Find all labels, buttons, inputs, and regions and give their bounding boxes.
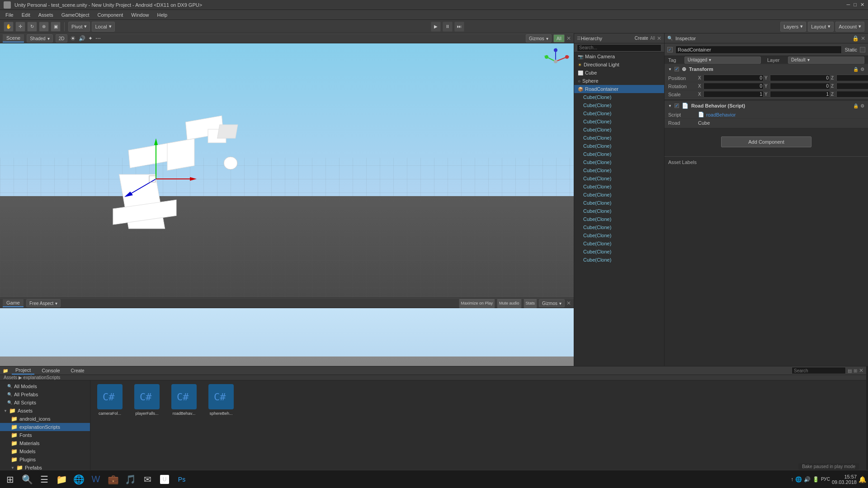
tree-explanation-scripts[interactable]: 📁 explanationScripts — [0, 423, 90, 431]
pos-y-input[interactable] — [770, 75, 830, 81]
tree-plugins[interactable]: 📁 Plugins — [0, 455, 90, 464]
maximize-btn[interactable]: □ — [854, 2, 857, 8]
hierarchy-item-clone-8[interactable]: Cube(Clone) — [574, 158, 664, 166]
lighting-toggle[interactable]: ☀ — [70, 35, 76, 42]
maximize-play-btn[interactable]: Maximize on Play — [459, 298, 495, 308]
effects-toggle[interactable]: ✦ — [88, 35, 93, 42]
play-button[interactable]: ▶ — [431, 22, 441, 32]
transform-enabled[interactable] — [675, 67, 679, 71]
scene-canvas[interactable]: X Y Z — [0, 43, 574, 298]
notification-btn[interactable]: 🔔 — [859, 476, 866, 483]
scene-options[interactable]: ⋯ — [95, 35, 101, 42]
hierarchy-item-clone-14[interactable]: Cube(Clone) — [574, 207, 664, 215]
tree-models[interactable]: 📁 Models — [0, 447, 90, 455]
tree-all-scripts[interactable]: 🔍 All Scripts — [0, 399, 90, 407]
rect-tool[interactable]: ▣ — [51, 22, 61, 32]
hierarchy-item-clone-11[interactable]: Cube(Clone) — [574, 183, 664, 191]
hierarchy-close[interactable]: ✕ — [657, 35, 661, 42]
hierarchy-item-clone-0[interactable]: Cube(Clone) — [574, 93, 664, 101]
scale-tool[interactable]: ⊕ — [39, 22, 49, 32]
layout-dropdown[interactable]: Layout ▾ — [808, 22, 834, 32]
project-small-icons[interactable]: ▤ — [848, 368, 852, 373]
pos-z-input[interactable] — [836, 75, 868, 81]
transform-section-header[interactable]: ▼ ⊕ Transform 🔒 ⚙ — [665, 64, 868, 74]
aspect-dropdown[interactable]: Free Aspect ▾ — [26, 299, 61, 307]
hierarchy-item-clone-13[interactable]: Cube(Clone) — [574, 199, 664, 207]
game-close[interactable]: ✕ — [566, 300, 571, 306]
hierarchy-item-sphere[interactable]: ○ Sphere — [574, 77, 664, 85]
tree-all-models[interactable]: 🔍 All Models — [0, 382, 90, 390]
hierarchy-search-input[interactable] — [577, 44, 661, 52]
task-view-button[interactable]: ☰ — [36, 471, 52, 488]
step-button[interactable]: ⏭ — [454, 22, 464, 32]
hierarchy-item-clone-10[interactable]: Cube(Clone) — [574, 174, 664, 183]
road-behavior-lock[interactable]: 🔒 — [853, 103, 859, 108]
tree-all-prefabs[interactable]: 🔍 All Prefabs — [0, 390, 90, 399]
hierarchy-item-clone-5[interactable]: Cube(Clone) — [574, 134, 664, 142]
hierarchy-item-clone-3[interactable]: Cube(Clone) — [574, 117, 664, 126]
menu-assets[interactable]: Assets — [35, 11, 57, 19]
hierarchy-create-btn[interactable]: Create — [635, 36, 648, 41]
project-search-input[interactable] — [792, 367, 846, 374]
app6-button[interactable]: 🎵 — [122, 471, 138, 488]
tree-materials[interactable]: 📁 Materials — [0, 439, 90, 447]
inspector-lock-icon[interactable]: 🔒 — [852, 35, 859, 42]
hierarchy-item-clone-20[interactable]: Cube(Clone) — [574, 256, 664, 264]
local-dropdown[interactable]: Local ▾ — [92, 22, 114, 32]
app5-button[interactable]: 💼 — [105, 471, 121, 488]
shading-dropdown[interactable]: Shaded ▾ — [27, 34, 52, 42]
panel-resize-handle[interactable] — [866, 366, 868, 470]
menu-edit[interactable]: Edit — [18, 11, 34, 19]
project-large-icons[interactable]: ⊞ — [854, 368, 857, 373]
menu-gameobject[interactable]: GameObject — [58, 11, 93, 19]
file-explorer-button[interactable]: 📁 — [53, 471, 70, 488]
hierarchy-item-clone-12[interactable]: Cube(Clone) — [574, 191, 664, 199]
hierarchy-item-clone-1[interactable]: Cube(Clone) — [574, 101, 664, 109]
minimize-btn[interactable]: ─ — [847, 2, 850, 8]
layers-dropdown[interactable]: Layers ▾ — [780, 22, 806, 32]
hierarchy-item-clone-18[interactable]: Cube(Clone) — [574, 239, 664, 248]
inspector-tab-label[interactable]: Inspector — [675, 36, 696, 41]
hierarchy-item-clone-2[interactable]: Cube(Clone) — [574, 109, 664, 117]
word-button[interactable]: W — [88, 471, 104, 488]
hierarchy-item-clone-4[interactable]: Cube(Clone) — [574, 126, 664, 134]
pivot-dropdown[interactable]: Pivot ▾ — [68, 22, 90, 32]
rotate-tool[interactable]: ↻ — [27, 22, 37, 32]
hierarchy-tab-label[interactable]: Hierarchy — [581, 36, 602, 41]
hierarchy-all[interactable]: All — [650, 36, 655, 41]
project-close[interactable]: ✕ — [859, 367, 863, 374]
stats-btn[interactable]: Stats — [524, 298, 538, 308]
mute-audio-btn[interactable]: Mute audio — [497, 298, 522, 308]
hierarchy-item-clone-15[interactable]: Cube(Clone) — [574, 215, 664, 223]
menu-window[interactable]: Window — [127, 11, 152, 19]
unity-taskbar-btn[interactable]: U — [156, 471, 173, 488]
hand-tool[interactable]: ✋ — [4, 22, 14, 32]
edge-button[interactable]: 🌐 — [71, 471, 87, 488]
audio-toggle[interactable]: 🔊 — [79, 35, 85, 42]
road-behavior-menu[interactable]: ⚙ — [860, 103, 864, 108]
all-dropdown[interactable]: All — [553, 34, 565, 42]
gizmos-dropdown[interactable]: Gizmos ▾ — [526, 34, 552, 42]
search-button[interactable]: 🔍 — [19, 471, 35, 488]
scene-tab[interactable]: Scene — [3, 34, 24, 42]
2d-toggle[interactable]: 2D — [56, 34, 68, 42]
menu-help[interactable]: Help — [153, 11, 171, 19]
add-component-button[interactable]: Add Component — [721, 136, 811, 147]
console-tab[interactable]: Console — [38, 367, 63, 374]
hierarchy-item-clone-7[interactable]: Cube(Clone) — [574, 150, 664, 158]
inspector-close[interactable]: ✕ — [861, 35, 865, 42]
tree-assets[interactable]: ▼ 📁 Assets — [0, 407, 90, 415]
hierarchy-item-clone-9[interactable]: Cube(Clone) — [574, 166, 664, 174]
road-behavior-section-header[interactable]: ▼ 📄 Road Behavior (Script) 🔒 ⚙ — [665, 101, 868, 111]
menu-component[interactable]: Component — [94, 11, 127, 19]
hierarchy-item-directional-light[interactable]: ☀ Directional Light — [574, 61, 664, 69]
game-tab[interactable]: Game — [3, 299, 24, 307]
scene-close[interactable]: ✕ — [566, 35, 571, 42]
tree-fonts[interactable]: 📁 Fonts — [0, 431, 90, 439]
project-create-btn[interactable]: Create — [71, 368, 85, 373]
hierarchy-item-main-camera[interactable]: 📷 Main Camera — [574, 52, 664, 61]
transform-menu[interactable]: ⚙ — [860, 67, 864, 72]
move-tool[interactable]: ✛ — [15, 22, 25, 32]
hierarchy-item-road-container[interactable]: 📦 RoadContainer — [574, 85, 664, 93]
layer-dropdown[interactable]: Default ▾ — [788, 56, 864, 64]
